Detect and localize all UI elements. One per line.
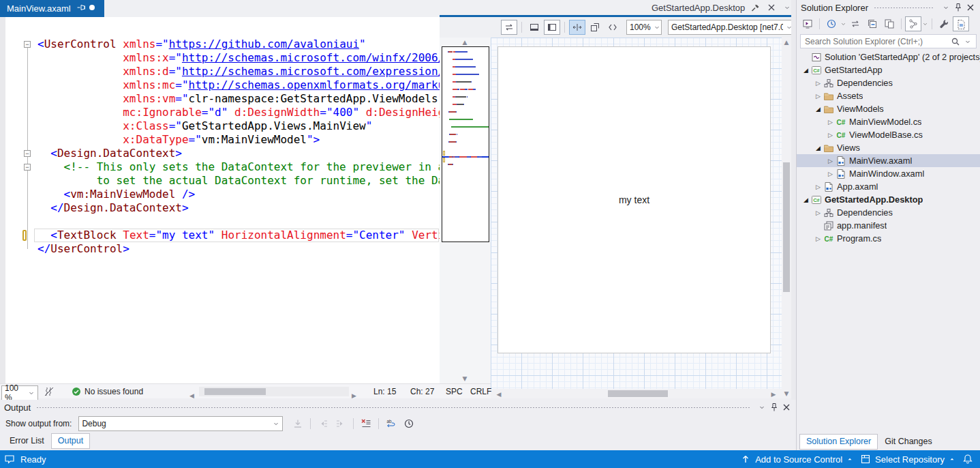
code-line[interactable]: xmlns:mc="http://schemas.openxmlformats.…: [37, 78, 440, 92]
tree-item-mainwindow-axaml[interactable]: ▷MainWindow.axaml: [797, 167, 980, 180]
tree-expander-expanded[interactable]: ◢: [813, 145, 823, 151]
code-line[interactable]: </UserControl>: [37, 242, 440, 256]
prev-message-button[interactable]: [315, 416, 331, 431]
wrench-button[interactable]: [936, 16, 952, 31]
fold-toggle[interactable]: −: [24, 164, 31, 171]
code-lines[interactable]: <UserControl xmlns="https://github.com/a…: [37, 38, 440, 256]
tree-item-mainviewmodel-cs[interactable]: ▷C#MainViewModel.cs: [797, 115, 980, 128]
scrollbar-thumb[interactable]: [608, 390, 668, 397]
collapse-all-button[interactable]: [864, 16, 881, 31]
tree-item-views[interactable]: ◢Views: [797, 141, 980, 154]
tab-error-list[interactable]: Error List: [3, 433, 51, 449]
fit-width-button[interactable]: [569, 20, 585, 35]
code-line[interactable]: xmlns:d="http://schemas.microsoft.com/ex…: [37, 65, 440, 78]
goto-output-button[interactable]: [290, 416, 306, 431]
output-source-select[interactable]: Debug: [78, 416, 283, 431]
map-mode-icon[interactable]: [44, 384, 55, 399]
tree-item-assets[interactable]: ▷Assets: [797, 89, 980, 102]
chevron-down-icon[interactable]: [840, 18, 846, 29]
document-tab[interactable]: MainView.axaml: [0, 0, 104, 17]
tree-expander-expanded[interactable]: ◢: [813, 106, 823, 113]
chevron-down-icon[interactable]: [940, 2, 951, 13]
history-filter-button[interactable]: [823, 16, 840, 31]
tree-expander-collapsed[interactable]: ▷: [813, 80, 823, 87]
code-line[interactable]: <!-- This only sets the DataContext for …: [37, 160, 440, 174]
previewer-vertical-scrollbar[interactable]: ▲ ▼: [782, 38, 791, 398]
tree-expander-collapsed[interactable]: ▷: [813, 235, 823, 242]
code-line[interactable]: </Design.DataContext>: [37, 201, 440, 215]
close-icon[interactable]: [766, 2, 777, 13]
split-vertical-button[interactable]: [544, 20, 560, 35]
statusbar-select-repository[interactable]: Select Repository: [860, 454, 955, 465]
tree-item-viewmodels[interactable]: ◢ViewModels: [797, 102, 980, 115]
tab-output[interactable]: Output: [51, 433, 91, 449]
track-active-button[interactable]: [905, 16, 921, 31]
fold-toggle[interactable]: −: [24, 41, 31, 48]
tree-expander-collapsed[interactable]: ▷: [813, 209, 823, 216]
tree-item-app-axaml[interactable]: ▷App.axaml: [797, 180, 980, 193]
tree-expander-collapsed[interactable]: ▷: [813, 184, 823, 190]
code-line[interactable]: mc:Ignorable="d" d:DesignWidth="400" d:D…: [37, 106, 440, 119]
tree-expander-collapsed[interactable]: ▷: [825, 158, 836, 164]
solution-explorer-search[interactable]: [800, 34, 977, 48]
code-line[interactable]: <UserControl xmlns="https://github.com/a…: [37, 38, 440, 51]
previewer-horizontal-scrollbar[interactable]: ◀ ▶: [491, 389, 782, 398]
tab-solution-explorer[interactable]: Solution Explorer: [799, 434, 878, 450]
fold-toggle[interactable]: −: [24, 150, 31, 157]
chevron-down-icon[interactable]: [962, 36, 973, 47]
tree-item-getstartedapp-desktop[interactable]: ◢C#GetStartedApp.Desktop: [797, 193, 980, 206]
editor-zoom-select[interactable]: 100 %: [1, 385, 38, 400]
popup-preview-button[interactable]: [587, 20, 603, 35]
unsaved-dot-icon[interactable]: [87, 2, 97, 13]
solution-explorer-title-bar[interactable]: Solution Explorer: [797, 0, 980, 15]
output-title-bar[interactable]: Output: [0, 400, 796, 415]
search-icon[interactable]: [950, 36, 961, 47]
tree-expander-collapsed[interactable]: ▷: [813, 93, 823, 100]
scrollbar-thumb[interactable]: [783, 162, 790, 292]
previewer-target-select[interactable]: GetStartedApp.Desktop [net7.0]: [668, 20, 796, 35]
scrollbar-thumb[interactable]: [204, 388, 266, 395]
scroll-up-arrow[interactable]: ▲: [781, 39, 792, 46]
close-icon[interactable]: [781, 402, 792, 413]
chevron-down-icon[interactable]: [922, 18, 928, 29]
preview-canvas[interactable]: my text: [497, 46, 771, 353]
code-line[interactable]: <vm:MainViewModel />: [37, 188, 440, 201]
tree-item-dependencies[interactable]: ▷Dependencies: [797, 206, 980, 219]
statusbar-add-to-source-control[interactable]: Add to Source Control: [740, 454, 853, 465]
scroll-up-arrow[interactable]: ▲: [459, 39, 470, 46]
code-line[interactable]: <Design.DataContext>: [37, 147, 440, 160]
code-line[interactable]: xmlns:vm="clr-namespace:GetStartedApp.Vi…: [37, 92, 440, 106]
tree-expander-collapsed[interactable]: ▷: [825, 132, 836, 138]
spaces-indicator[interactable]: SPC: [446, 384, 463, 399]
tab-git-changes[interactable]: Git Changes: [878, 434, 938, 450]
code-line[interactable]: x:DataType="vm:MainViewModel">: [37, 133, 440, 147]
xaml-code-button[interactable]: [604, 20, 621, 35]
column-indicator[interactable]: Ch: 27: [410, 384, 434, 399]
preview-selected-button[interactable]: [881, 16, 898, 31]
pane-divider[interactable]: [791, 0, 796, 450]
code-minimap[interactable]: [442, 46, 489, 242]
build-icon[interactable]: [750, 2, 761, 13]
chevron-down-icon[interactable]: [756, 402, 767, 413]
line-ending-indicator[interactable]: CRLF: [470, 384, 491, 399]
scroll-down-arrow[interactable]: ▼: [781, 390, 792, 397]
scroll-left-arrow[interactable]: ◀: [493, 391, 504, 398]
pin-icon[interactable]: [76, 2, 87, 13]
code-line[interactable]: x:Class="GetStartedApp.Views.MainView": [37, 119, 440, 133]
pin-vertical-icon[interactable]: [769, 402, 780, 413]
scroll-right-arrow[interactable]: ▶: [768, 391, 779, 398]
search-input[interactable]: [803, 36, 949, 47]
bell-button[interactable]: [962, 454, 973, 465]
word-wrap-button[interactable]: ab: [383, 416, 399, 431]
tree-item-app-manifest[interactable]: app.manifest: [797, 219, 980, 232]
tree-item-mainview-axaml[interactable]: ▷MainView.axaml: [797, 154, 980, 167]
tree-item-program-cs[interactable]: ▷C#Program.cs: [797, 232, 980, 245]
scroll-down-arrow[interactable]: ▼: [459, 375, 470, 382]
line-indicator[interactable]: Ln: 15: [373, 384, 396, 399]
tree-expander-collapsed[interactable]: ▷: [825, 171, 836, 177]
close-icon[interactable]: [965, 2, 976, 13]
tree-expander-collapsed[interactable]: ▷: [825, 119, 836, 126]
code-line[interactable]: xmlns:x="http://schemas.microsoft.com/wi…: [37, 51, 440, 65]
tree-item-solution-getstartedapp-2-of-2-projects[interactable]: Solution 'GetStartedApp' (2 of 2 project…: [797, 50, 980, 63]
code-line[interactable]: [37, 215, 440, 229]
